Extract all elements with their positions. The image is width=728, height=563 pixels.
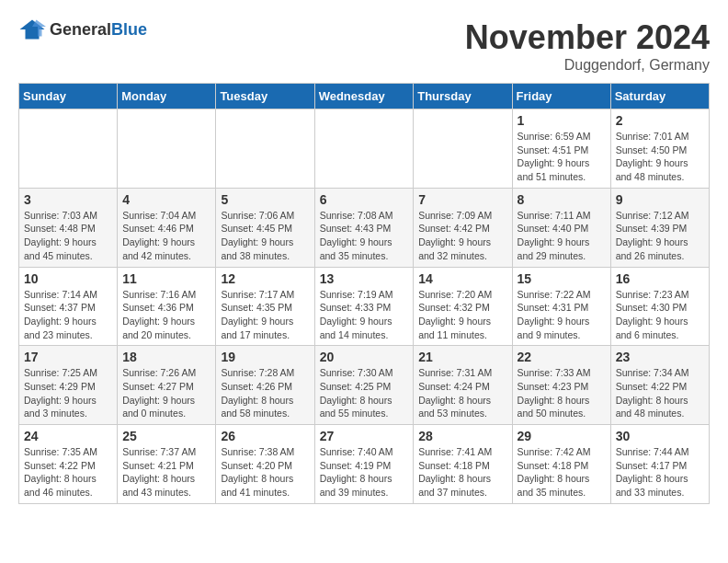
calendar-cell: 20Sunrise: 7:30 AM Sunset: 4:25 PM Dayli… — [314, 346, 414, 425]
column-header-monday: Monday — [118, 84, 216, 109]
calendar-cell: 1Sunrise: 6:59 AM Sunset: 4:51 PM Daylig… — [512, 109, 610, 189]
day-info: Sunrise: 7:34 AM Sunset: 4:22 PM Dayligh… — [616, 366, 704, 420]
calendar-cell: 22Sunrise: 7:33 AM Sunset: 4:23 PM Dayli… — [512, 346, 610, 425]
day-info: Sunrise: 7:23 AM Sunset: 4:30 PM Dayligh… — [616, 288, 704, 342]
calendar-cell: 25Sunrise: 7:37 AM Sunset: 4:21 PM Dayli… — [118, 425, 216, 504]
calendar-cell: 13Sunrise: 7:19 AM Sunset: 4:33 PM Dayli… — [314, 267, 414, 346]
day-number: 17 — [24, 350, 112, 364]
calendar-week-1: 1Sunrise: 6:59 AM Sunset: 4:51 PM Daylig… — [19, 109, 710, 189]
day-number: 13 — [320, 271, 409, 286]
calendar-week-3: 10Sunrise: 7:14 AM Sunset: 4:37 PM Dayli… — [19, 267, 710, 346]
page-header: GeneralBlue November 2024 Duggendorf, Ge… — [18, 18, 710, 74]
day-number: 2 — [616, 113, 704, 128]
day-number: 3 — [24, 192, 112, 207]
calendar-cell: 11Sunrise: 7:16 AM Sunset: 4:36 PM Dayli… — [118, 267, 216, 346]
day-info: Sunrise: 7:37 AM Sunset: 4:21 PM Dayligh… — [122, 445, 210, 500]
calendar-header: SundayMondayTuesdayWednesdayThursdayFrid… — [19, 84, 710, 109]
day-info: Sunrise: 7:01 AM Sunset: 4:50 PM Dayligh… — [616, 130, 704, 184]
calendar-cell: 30Sunrise: 7:44 AM Sunset: 4:17 PM Dayli… — [610, 425, 709, 504]
calendar-cell: 14Sunrise: 7:20 AM Sunset: 4:32 PM Dayli… — [414, 267, 512, 346]
day-info: Sunrise: 7:33 AM Sunset: 4:23 PM Dayligh… — [518, 366, 606, 420]
calendar-table: SundayMondayTuesdayWednesdayThursdayFrid… — [18, 83, 710, 504]
day-info: Sunrise: 7:16 AM Sunset: 4:36 PM Dayligh… — [122, 288, 210, 342]
calendar-cell — [19, 109, 118, 189]
day-number: 6 — [320, 192, 409, 207]
calendar-cell: 23Sunrise: 7:34 AM Sunset: 4:22 PM Dayli… — [610, 346, 709, 425]
day-number: 21 — [418, 350, 506, 364]
day-info: Sunrise: 7:20 AM Sunset: 4:32 PM Dayligh… — [418, 288, 506, 342]
column-header-tuesday: Tuesday — [216, 84, 314, 109]
day-info: Sunrise: 7:35 AM Sunset: 4:22 PM Dayligh… — [24, 445, 112, 500]
day-number: 18 — [122, 350, 210, 364]
logo-icon — [18, 18, 46, 40]
day-number: 4 — [122, 192, 210, 207]
day-info: Sunrise: 7:41 AM Sunset: 4:18 PM Dayligh… — [418, 445, 506, 500]
day-info: Sunrise: 7:26 AM Sunset: 4:27 PM Dayligh… — [122, 366, 210, 420]
day-info: Sunrise: 7:42 AM Sunset: 4:18 PM Dayligh… — [518, 445, 606, 500]
day-number: 29 — [518, 429, 606, 443]
day-info: Sunrise: 7:31 AM Sunset: 4:24 PM Dayligh… — [418, 366, 506, 420]
calendar-cell: 7Sunrise: 7:09 AM Sunset: 4:42 PM Daylig… — [414, 188, 512, 267]
day-info: Sunrise: 7:14 AM Sunset: 4:37 PM Dayligh… — [24, 288, 112, 342]
day-number: 5 — [221, 192, 309, 207]
calendar-cell: 18Sunrise: 7:26 AM Sunset: 4:27 PM Dayli… — [118, 346, 216, 425]
day-info: Sunrise: 7:25 AM Sunset: 4:29 PM Dayligh… — [24, 366, 112, 420]
calendar-body: 1Sunrise: 6:59 AM Sunset: 4:51 PM Daylig… — [19, 109, 710, 504]
calendar-cell: 28Sunrise: 7:41 AM Sunset: 4:18 PM Dayli… — [414, 425, 512, 504]
day-info: Sunrise: 7:08 AM Sunset: 4:43 PM Dayligh… — [320, 209, 409, 263]
calendar-cell: 3Sunrise: 7:03 AM Sunset: 4:48 PM Daylig… — [19, 188, 118, 267]
header-row: SundayMondayTuesdayWednesdayThursdayFrid… — [19, 84, 710, 109]
day-number: 14 — [418, 271, 506, 286]
calendar-cell: 24Sunrise: 7:35 AM Sunset: 4:22 PM Dayli… — [19, 425, 118, 504]
day-info: Sunrise: 7:11 AM Sunset: 4:40 PM Dayligh… — [518, 209, 606, 263]
column-header-saturday: Saturday — [610, 84, 709, 109]
day-info: Sunrise: 7:44 AM Sunset: 4:17 PM Dayligh… — [616, 445, 704, 500]
logo-general: General — [50, 20, 111, 39]
page-title: November 2024 — [465, 18, 710, 57]
day-number: 9 — [616, 192, 704, 207]
day-number: 25 — [122, 429, 210, 443]
calendar-cell: 9Sunrise: 7:12 AM Sunset: 4:39 PM Daylig… — [610, 188, 709, 267]
day-info: Sunrise: 7:28 AM Sunset: 4:26 PM Dayligh… — [221, 366, 309, 420]
day-info: Sunrise: 7:38 AM Sunset: 4:20 PM Dayligh… — [221, 445, 309, 500]
day-number: 15 — [518, 271, 606, 286]
day-number: 12 — [221, 271, 309, 286]
page-location: Duggendorf, Germany — [465, 57, 710, 74]
day-info: Sunrise: 7:12 AM Sunset: 4:39 PM Dayligh… — [616, 209, 704, 263]
day-info: Sunrise: 6:59 AM Sunset: 4:51 PM Dayligh… — [518, 130, 606, 184]
day-number: 11 — [122, 271, 210, 286]
day-info: Sunrise: 7:03 AM Sunset: 4:48 PM Dayligh… — [24, 209, 112, 263]
calendar-cell: 10Sunrise: 7:14 AM Sunset: 4:37 PM Dayli… — [19, 267, 118, 346]
day-number: 1 — [518, 113, 606, 128]
calendar-cell: 5Sunrise: 7:06 AM Sunset: 4:45 PM Daylig… — [216, 188, 314, 267]
day-number: 22 — [518, 350, 606, 364]
calendar-cell: 8Sunrise: 7:11 AM Sunset: 4:40 PM Daylig… — [512, 188, 610, 267]
calendar-cell: 16Sunrise: 7:23 AM Sunset: 4:30 PM Dayli… — [610, 267, 709, 346]
day-info: Sunrise: 7:06 AM Sunset: 4:45 PM Dayligh… — [221, 209, 309, 263]
calendar-cell — [414, 109, 512, 189]
column-header-friday: Friday — [512, 84, 610, 109]
column-header-sunday: Sunday — [19, 84, 118, 109]
day-info: Sunrise: 7:22 AM Sunset: 4:31 PM Dayligh… — [518, 288, 606, 342]
logo-blue: Blue — [111, 20, 147, 39]
calendar-cell — [216, 109, 314, 189]
day-number: 26 — [221, 429, 309, 443]
calendar-cell: 12Sunrise: 7:17 AM Sunset: 4:35 PM Dayli… — [216, 267, 314, 346]
day-number: 30 — [616, 429, 704, 443]
column-header-thursday: Thursday — [414, 84, 512, 109]
calendar-cell: 19Sunrise: 7:28 AM Sunset: 4:26 PM Dayli… — [216, 346, 314, 425]
calendar-cell: 29Sunrise: 7:42 AM Sunset: 4:18 PM Dayli… — [512, 425, 610, 504]
calendar-week-5: 24Sunrise: 7:35 AM Sunset: 4:22 PM Dayli… — [19, 425, 710, 504]
calendar-cell: 6Sunrise: 7:08 AM Sunset: 4:43 PM Daylig… — [314, 188, 414, 267]
day-number: 28 — [418, 429, 506, 443]
day-number: 7 — [418, 192, 506, 207]
day-info: Sunrise: 7:09 AM Sunset: 4:42 PM Dayligh… — [418, 209, 506, 263]
column-header-wednesday: Wednesday — [314, 84, 414, 109]
calendar-cell: 4Sunrise: 7:04 AM Sunset: 4:46 PM Daylig… — [118, 188, 216, 267]
calendar-cell: 2Sunrise: 7:01 AM Sunset: 4:50 PM Daylig… — [610, 109, 709, 189]
day-info: Sunrise: 7:30 AM Sunset: 4:25 PM Dayligh… — [320, 366, 409, 420]
calendar-cell: 21Sunrise: 7:31 AM Sunset: 4:24 PM Dayli… — [414, 346, 512, 425]
calendar-cell — [314, 109, 414, 189]
day-number: 8 — [518, 192, 606, 207]
day-number: 10 — [24, 271, 112, 286]
